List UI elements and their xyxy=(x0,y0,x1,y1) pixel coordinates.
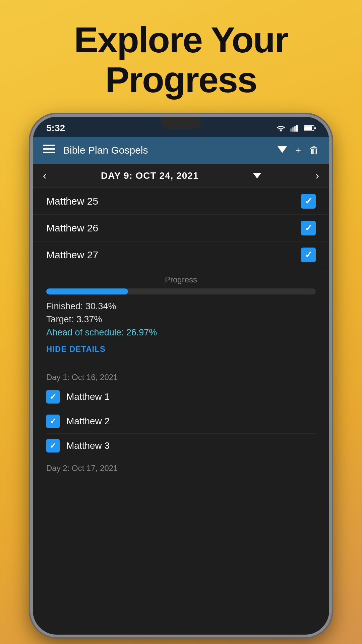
page-hero-title: Explore Your Progress xyxy=(0,0,362,100)
svg-rect-3 xyxy=(296,125,298,132)
detail-checkbox-matthew1[interactable] xyxy=(46,390,60,404)
reading-item-title-1: Matthew 26 xyxy=(46,222,98,234)
detail-checkbox-matthew3[interactable] xyxy=(46,439,60,452)
detail-checkbox-matthew2[interactable] xyxy=(46,415,60,428)
details-section: Day 1: Oct 16, 2021 Matthew 1 Matthew 2 … xyxy=(33,367,329,476)
app-bar-actions: + 🗑 xyxy=(295,145,319,156)
detail-item-matthew2[interactable]: Matthew 2 xyxy=(46,409,316,434)
finished-stat: Finished: 30.34% xyxy=(46,301,316,312)
dropdown-icon[interactable] xyxy=(278,146,287,155)
detail-day-header-1: Day 1: Oct 16, 2021 xyxy=(46,367,316,385)
reading-item-title-2: Matthew 27 xyxy=(46,249,98,261)
wifi-icon xyxy=(276,124,286,132)
reading-checkbox-1[interactable] xyxy=(301,221,316,235)
status-time: 5:32 xyxy=(46,123,65,133)
phone-screen: 5:32 xyxy=(33,117,329,635)
svg-rect-8 xyxy=(43,148,55,150)
day-dropdown-icon[interactable] xyxy=(253,171,261,180)
reading-list: Matthew 25 Matthew 26 Matthew 27 xyxy=(33,188,329,268)
prev-day-button[interactable]: ‹ xyxy=(43,169,47,182)
reading-item-title-0: Matthew 25 xyxy=(46,196,98,207)
progress-bar-bg xyxy=(46,288,316,294)
svg-rect-6 xyxy=(314,127,316,129)
detail-item-title-matthew3: Matthew 3 xyxy=(66,440,110,451)
content-area: Matthew 25 Matthew 26 Matthew 27 Progres… xyxy=(33,188,329,635)
svg-rect-9 xyxy=(43,152,55,153)
detail-item-matthew3[interactable]: Matthew 3 xyxy=(46,434,316,458)
app-bar: Bible Plan Gospels + 🗑 xyxy=(33,137,329,164)
detail-item-matthew1[interactable]: Matthew 1 xyxy=(46,385,316,409)
progress-label: Progress xyxy=(46,275,316,284)
app-bar-title: Bible Plan Gospels xyxy=(63,145,269,156)
svg-rect-2 xyxy=(294,126,296,131)
status-icons xyxy=(276,124,316,132)
detail-day-header-2: Day 2: Oct 17, 2021 xyxy=(46,458,316,476)
reading-checkbox-0[interactable] xyxy=(301,194,316,209)
day-nav: ‹ DAY 9: OCT 24, 2021 › xyxy=(33,164,329,188)
notch xyxy=(161,117,201,129)
reading-item-1[interactable]: Matthew 26 xyxy=(33,215,329,241)
reading-item-0[interactable]: Matthew 25 xyxy=(33,188,329,215)
hide-details-button[interactable]: HIDE DETAILS xyxy=(46,344,316,354)
progress-bar-fill xyxy=(46,288,128,294)
svg-rect-1 xyxy=(292,127,294,132)
hamburger-menu-icon[interactable] xyxy=(43,144,55,157)
delete-button[interactable]: 🗑 xyxy=(309,145,319,156)
ahead-stat: Ahead of schedule: 26.97% xyxy=(46,327,316,338)
day-nav-label: DAY 9: OCT 24, 2021 xyxy=(101,170,198,181)
reading-item-2[interactable]: Matthew 27 xyxy=(33,241,329,268)
target-stat: Target: 3.37% xyxy=(46,314,316,325)
signal-icon xyxy=(290,124,300,132)
next-day-button[interactable]: › xyxy=(315,169,319,182)
battery-icon xyxy=(304,124,316,132)
svg-rect-7 xyxy=(43,145,55,146)
detail-item-title-matthew2: Matthew 2 xyxy=(66,416,110,427)
reading-checkbox-2[interactable] xyxy=(301,248,316,262)
detail-item-title-matthew1: Matthew 1 xyxy=(66,391,110,402)
svg-rect-0 xyxy=(290,128,292,131)
progress-section: Progress Finished: 30.34% Target: 3.37% … xyxy=(33,268,329,367)
svg-rect-5 xyxy=(304,126,312,130)
phone-frame: 5:32 xyxy=(30,114,332,637)
add-button[interactable]: + xyxy=(295,145,301,156)
